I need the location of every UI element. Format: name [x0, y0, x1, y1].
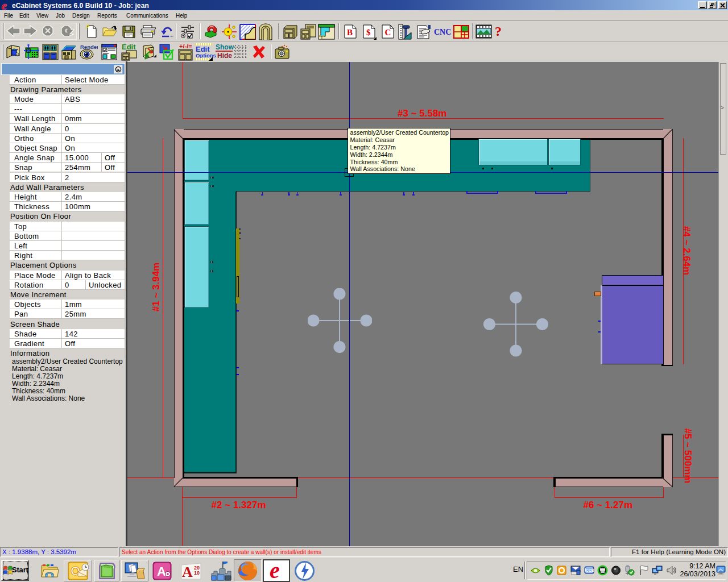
svg-text:A: A	[182, 564, 193, 580]
svg-text:A: A	[157, 564, 166, 579]
svg-text:$: $	[366, 28, 371, 37]
svg-text:B: B	[347, 28, 353, 37]
svg-text:CCB: CCB	[586, 568, 594, 572]
svg-text:C: C	[385, 28, 391, 37]
svg-text:10: 10	[194, 570, 200, 576]
